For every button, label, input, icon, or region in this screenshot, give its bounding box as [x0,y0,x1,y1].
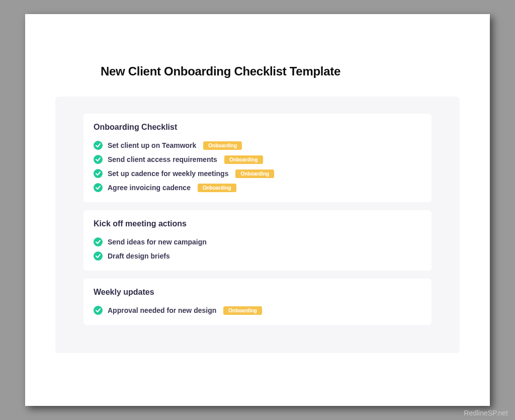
list-item[interactable]: Approval needed for new design Onboardin… [94,306,421,315]
section-kickoff: Kick off meeting actions Send ideas for … [83,210,432,271]
tag-onboarding: Onboarding [223,306,262,315]
list-item[interactable]: Send ideas for new campaign [94,237,421,246]
checklist-panel: Onboarding Checklist Set client up on Te… [55,97,460,353]
check-icon[interactable] [94,183,103,192]
tag-onboarding: Onboarding [235,170,274,178]
list-item[interactable]: Agree invoicing cadence Onboarding [94,183,421,192]
section-onboarding: Onboarding Checklist Set client up on Te… [83,114,432,202]
tag-onboarding: Onboarding [198,184,236,192]
check-icon[interactable] [94,237,103,246]
item-label: Send client access requirements [108,155,217,163]
tag-onboarding: Onboarding [203,141,242,150]
item-label: Agree invoicing cadence [108,184,191,192]
check-icon[interactable] [94,169,103,178]
tag-onboarding: Onboarding [224,155,263,164]
check-icon[interactable] [94,155,103,164]
list-item[interactable]: Set client up on Teamwork Onboarding [94,141,421,150]
list-item[interactable]: Set up cadence for weekly meetings Onboa… [94,169,421,178]
section-heading: Kick off meeting actions [94,219,421,228]
check-icon[interactable] [94,251,103,261]
item-label: Draft design briefs [108,252,170,260]
list-item[interactable]: Send client access requirements Onboardi… [94,155,421,164]
check-icon[interactable] [94,141,103,150]
section-heading: Weekly updates [94,288,421,297]
item-label: Set up cadence for weekly meetings [108,170,228,178]
item-label: Approval needed for new design [108,306,216,314]
page-title: New Client Onboarding Checklist Template [101,64,460,78]
document-page: New Client Onboarding Checklist Template… [25,14,490,406]
check-icon[interactable] [94,306,103,315]
section-heading: Onboarding Checklist [94,123,421,132]
list-item[interactable]: Draft design briefs [94,251,421,261]
item-label: Set client up on Teamwork [108,141,196,149]
item-label: Send ideas for new campaign [108,238,207,246]
watermark: RedlineSP.net [464,409,508,417]
section-weekly: Weekly updates Approval needed for new d… [83,279,432,325]
